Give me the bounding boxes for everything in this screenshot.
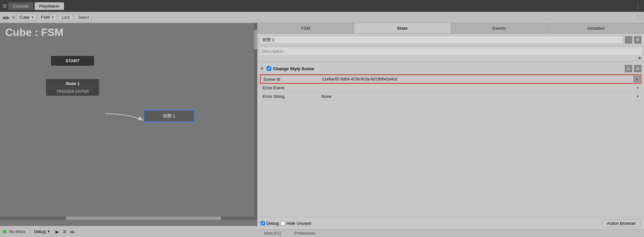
nav-forward-icon[interactable]: ▶ (6, 15, 10, 20)
state-color-button[interactable] (625, 36, 632, 44)
right-panel: FSM State Events Variables ⚙ ▶ ▼ Change … (257, 23, 644, 237)
action-gear-button[interactable]: ⚙ (634, 65, 641, 72)
description-row: ▶ (257, 46, 644, 62)
scene-id-value: 11e6ac82-0d04-423b-8c3a-6d18b6e2a4cd (320, 75, 633, 83)
status-separator (30, 229, 30, 235)
hide-unused-label-text: Hide Unused (286, 221, 311, 226)
tab-playmaker[interactable]: PlayMaker (35, 2, 64, 10)
right-bottom-controls: Debug Hide Unused Action Browser (257, 217, 644, 229)
error-event-label: Error Event (260, 84, 319, 92)
cube-dropdown[interactable]: Cube ▼ (17, 14, 36, 21)
error-event-row: Error Event ▼ (260, 84, 641, 92)
grid-icon: ⊞ (3, 3, 7, 9)
start-node[interactable]: START (51, 56, 94, 66)
cube-dropdown-arrow: ▼ (31, 15, 34, 19)
preferences-text[interactable]: Preferences (294, 231, 315, 236)
state-name-input[interactable] (260, 36, 623, 44)
right-tabs: FSM State Events Variables (257, 23, 644, 34)
lock-button[interactable]: Lock (59, 14, 73, 21)
description-input[interactable] (260, 47, 641, 55)
fsm-arrow-connector (0, 23, 257, 237)
debug-check-row: Debug Hide Unused (261, 221, 311, 226)
fsm-vscroll-thumb[interactable] (254, 30, 257, 49)
select-button[interactable]: Select (75, 14, 92, 21)
tab-variables[interactable]: Variables (548, 23, 644, 33)
hide-unused-checkbox-label[interactable]: Hide Unused (281, 221, 311, 226)
fsm-label: FSM (41, 15, 49, 20)
debug-dropdown[interactable]: Debug ▼ (34, 229, 50, 234)
action-section: ▼ Change Styly Scene ⧉ ⚙ Scene Id 11e6ac… (257, 62, 644, 102)
error-string-arrow: ▼ (636, 95, 639, 98)
status-indicator (3, 230, 7, 234)
scene-id-eq-button[interactable]: ≡ (633, 76, 640, 82)
hide-unused-checkbox[interactable] (281, 221, 285, 225)
play-controls: ▶ ⏸ ⏭ (55, 229, 75, 234)
hints-text[interactable]: Hints [F1] (264, 231, 281, 236)
state1-title: State 1 (47, 79, 99, 88)
state-name-row: ⚙ (257, 34, 644, 46)
error-string-row: Error String None ▼ (260, 92, 641, 101)
more-options-icon[interactable]: ⋮ (635, 2, 641, 10)
error-string-dropdown[interactable]: None ▼ (321, 94, 639, 99)
status-text: No errors (9, 229, 26, 234)
action-enabled-checkbox[interactable] (267, 66, 271, 71)
fsm-canvas[interactable]: Cube : FSM START State 1 TRIGGER ENTER 状… (0, 23, 257, 237)
error-string-text: None (321, 94, 332, 99)
state-gear-button[interactable]: ⚙ (634, 36, 641, 44)
pause-button[interactable]: ⏸ (62, 229, 67, 234)
error-event-value[interactable]: ▼ (319, 84, 641, 92)
scene-id-text: 11e6ac82-0d04-423b-8c3a-6d18b6e2a4cd (322, 77, 397, 81)
properties-table: Scene Id 11e6ac82-0d04-423b-8c3a-6d18b6e… (260, 74, 641, 101)
play-button[interactable]: ▶ (55, 229, 59, 234)
fsm-panel: Cube : FSM START State 1 TRIGGER ENTER 状… (0, 23, 257, 237)
fsm-scrollbar-thumb[interactable] (66, 217, 221, 220)
state1-sub: TRIGGER ENTER (47, 88, 99, 95)
menu-icon[interactable]: ≡ (12, 15, 15, 20)
cube-label: Cube (19, 15, 29, 20)
nav-arrows: ◀ ▶ (2, 15, 10, 20)
debug-checkbox[interactable] (261, 221, 265, 225)
tab-events[interactable]: Events (451, 23, 548, 33)
error-event-dropdown[interactable]: ▼ (321, 86, 639, 90)
error-event-arrow: ▼ (636, 86, 639, 90)
tab-state[interactable]: State (354, 23, 451, 33)
expand-icon[interactable]: ⛶ (637, 15, 642, 20)
step-button[interactable]: ⏭ (70, 229, 75, 234)
state2-node[interactable]: 状態 1 (144, 110, 195, 122)
description-expand-icon[interactable]: ▶ (639, 56, 641, 60)
action-browser-button[interactable]: Action Browser (602, 219, 641, 227)
toolbar: ◀ ▶ ≡ Cube ▼ FSM ▼ Lock Select ⛶ (0, 12, 644, 23)
tab-console[interactable]: Console (8, 2, 33, 10)
debug-label: Debug (34, 229, 46, 234)
scene-id-row: Scene Id 11e6ac82-0d04-423b-8c3a-6d18b6e… (260, 74, 641, 84)
fsm-dropdown[interactable]: FSM ▼ (38, 14, 56, 21)
action-header: ▼ Change Styly Scene ⧉ ⚙ (260, 63, 641, 74)
fsm-horizontal-scrollbar[interactable] (0, 217, 254, 220)
debug-checkbox-label[interactable]: Debug (261, 221, 279, 226)
action-copy-button[interactable]: ⧉ (625, 65, 632, 72)
spacer (257, 102, 644, 217)
state1-node[interactable]: State 1 TRIGGER ENTER (46, 79, 99, 96)
fsm-vertical-scrollbar[interactable] (254, 23, 257, 220)
action-collapse-icon[interactable]: ▼ (260, 66, 264, 71)
action-title: Change Styly Scene (273, 66, 623, 71)
debug-dropdown-arrow: ▼ (47, 230, 50, 233)
debug-label-text: Debug (266, 221, 279, 226)
scene-id-label: Scene Id (261, 75, 320, 83)
status-bar: No errors Debug ▼ ▶ ⏸ ⏭ (0, 226, 257, 237)
main-area: Cube : FSM START State 1 TRIGGER ENTER 状… (0, 23, 644, 237)
nav-back-icon[interactable]: ◀ (2, 15, 6, 20)
footer-hints: Hints [F1] Preferences (257, 229, 644, 237)
fsm-dropdown-arrow: ▼ (51, 15, 54, 19)
fsm-title: Cube : FSM (5, 26, 63, 39)
tab-fsm[interactable]: FSM (257, 23, 354, 33)
error-string-value[interactable]: None ▼ (319, 92, 641, 101)
error-string-label: Error String (260, 92, 319, 101)
top-tab-bar: ⊞ Console PlayMaker ⋮ (0, 0, 644, 12)
